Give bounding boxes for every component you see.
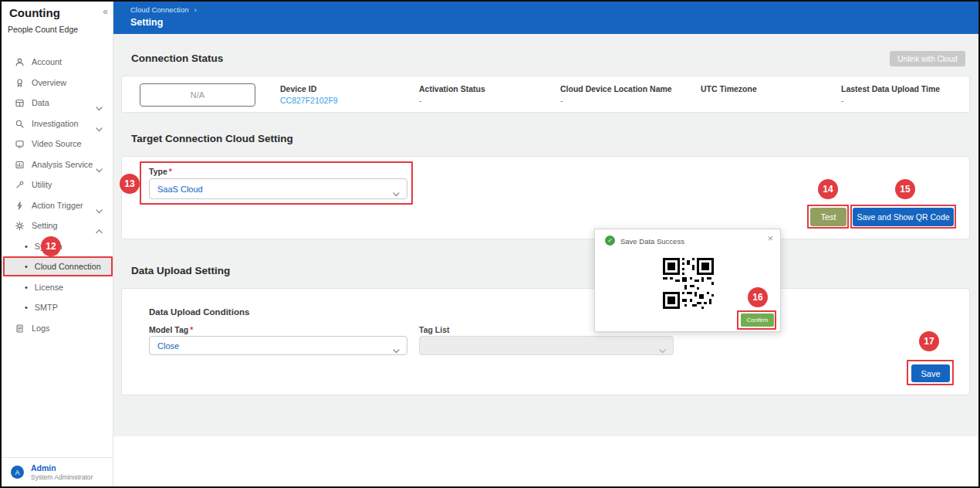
sidebar-item-utility[interactable]: Utility — [2, 175, 113, 195]
tag-list-dropdown[interactable] — [419, 336, 674, 355]
data-upload-card: Data Upload Conditions Model Tag* Close … — [121, 288, 970, 395]
gear-icon — [15, 221, 32, 231]
search-icon — [15, 119, 32, 129]
connection-status-box: N/A — [140, 83, 255, 107]
annotation-badge-17: 17 — [919, 331, 939, 351]
required-asterisk: * — [190, 325, 193, 334]
sidebar-item-data[interactable]: Data — [2, 93, 113, 113]
overview-icon — [15, 78, 32, 88]
annotation-rect-save-qr-button — [850, 205, 956, 229]
sidebar-item-investigation[interactable]: Investigation — [2, 114, 113, 134]
analysis-service-icon — [15, 160, 32, 170]
sidebar-item-label: Video Source — [32, 139, 82, 148]
main-content: Connection Status Unlink with Cloud N/A … — [113, 34, 978, 486]
sidebar-item-label: Investigation — [32, 119, 79, 128]
sidebar-footer-divider — [2, 457, 113, 458]
video-source-icon — [15, 139, 32, 149]
success-check-icon: ✓ — [605, 236, 615, 246]
field-label-activation-status: Activation Status — [419, 84, 485, 93]
sidebar-item-label: Account — [32, 57, 62, 66]
data-upload-conditions-label: Data Upload Conditions — [149, 307, 249, 317]
qr-code — [663, 258, 714, 312]
sidebar-item-label: SMTP — [35, 303, 58, 312]
sidebar-item-account[interactable]: Account — [2, 52, 113, 72]
annotation-rect-cloud-connection — [3, 256, 113, 276]
sidebar-item-label: Utility — [32, 180, 52, 189]
field-label-device-id: Device ID — [280, 84, 316, 93]
app-subtitle: People Count Edge — [8, 25, 78, 34]
model-tag-dropdown-value: Close — [157, 341, 179, 351]
field-label-utc-timezone: UTC Timezone — [701, 84, 757, 93]
user-profile: A Admin System Administrator — [11, 463, 93, 481]
sidebar-item-label: Setting — [32, 221, 58, 230]
tag-list-label: Tag List — [419, 325, 449, 334]
field-value-activation-status: - — [419, 96, 422, 105]
sidebar-item-label: Analysis Service — [32, 160, 93, 169]
action-trigger-icon — [15, 201, 32, 211]
sidebar-item-license[interactable]: • License — [2, 277, 113, 297]
annotation-rect-confirm-button — [737, 310, 776, 330]
sidebar-item-label: Data — [32, 98, 49, 107]
annotation-badge-13: 13 — [120, 174, 140, 194]
model-tag-label: Model Tag* — [149, 325, 193, 334]
bullet-icon: • — [25, 303, 28, 312]
sidebar-item-label: License — [35, 283, 63, 292]
bullet-icon: • — [25, 242, 28, 251]
utility-icon — [15, 180, 32, 190]
logs-icon — [15, 324, 32, 334]
chevron-down-icon — [393, 343, 400, 357]
data-icon — [15, 98, 32, 108]
breadcrumb-separator-icon: › — [194, 5, 197, 14]
sidebar-collapse-icon[interactable]: « — [103, 6, 108, 17]
sidebar-item-logs[interactable]: Logs — [2, 318, 113, 338]
bullet-icon: • — [25, 283, 28, 292]
data-upload-heading: Data Upload Setting — [131, 265, 230, 276]
close-icon[interactable]: × — [767, 232, 773, 244]
app-window: Counting « People Count Edge Account Ove… — [0, 0, 980, 488]
field-label-last-upload-time: Lastest Data Upload Time — [841, 84, 940, 93]
unlink-with-cloud-button[interactable]: Unlink with Cloud — [890, 51, 965, 66]
sidebar-item-label: Logs — [32, 324, 49, 333]
sidebar-item-setting[interactable]: Setting — [2, 215, 113, 236]
annotation-rect-save-button — [907, 360, 954, 385]
user-name: Admin — [31, 463, 93, 473]
avatar[interactable]: A — [11, 466, 24, 479]
target-connection-heading: Target Connection Cloud Setting — [131, 133, 293, 144]
app-title: Counting — [9, 6, 60, 19]
field-value-last-upload-time: - — [841, 96, 844, 105]
sidebar-item-analysis-service[interactable]: Analysis Service — [2, 154, 113, 175]
connection-status-card: N/A Device ID CC827F2102F9 Activation St… — [121, 76, 970, 113]
chevron-down-icon — [96, 100, 103, 114]
page-title: Setting — [130, 17, 163, 28]
connection-status-heading: Connection Status — [131, 53, 223, 64]
chevron-down-icon — [659, 343, 666, 357]
annotation-badge-12: 12 — [41, 236, 61, 256]
chevron-up-icon — [96, 223, 103, 237]
field-label-cloud-device-location: Cloud Device Location Name — [560, 84, 672, 93]
modal-title: Save Data Success — [620, 237, 684, 246]
breadcrumb[interactable]: Cloud Connection › — [130, 5, 197, 14]
user-role: System Administrator — [31, 473, 93, 481]
sidebar-item-overview[interactable]: Overview — [2, 73, 113, 93]
model-tag-dropdown[interactable]: Close — [149, 336, 407, 355]
top-header: Cloud Connection › Setting — [113, 2, 978, 34]
sidebar-item-label: Overview — [32, 78, 66, 87]
annotation-rect-test-button — [807, 205, 849, 229]
sidebar-item-action-trigger[interactable]: Action Trigger — [2, 195, 113, 215]
annotation-badge-16: 16 — [748, 287, 768, 307]
annotation-badge-15: 15 — [895, 179, 915, 199]
sidebar-item-label: Action Trigger — [32, 201, 83, 210]
account-icon — [15, 57, 32, 67]
annotation-badge-14: 14 — [818, 179, 838, 199]
field-value-cloud-device-location: - — [560, 96, 563, 105]
breadcrumb-item[interactable]: Cloud Connection — [130, 5, 189, 14]
sidebar-item-video-source[interactable]: Video Source — [2, 134, 113, 154]
field-value-device-id: CC827F2102F9 — [280, 96, 338, 105]
sidebar-item-smtp[interactable]: • SMTP — [2, 297, 113, 317]
annotation-rect-type-dropdown — [140, 161, 413, 205]
